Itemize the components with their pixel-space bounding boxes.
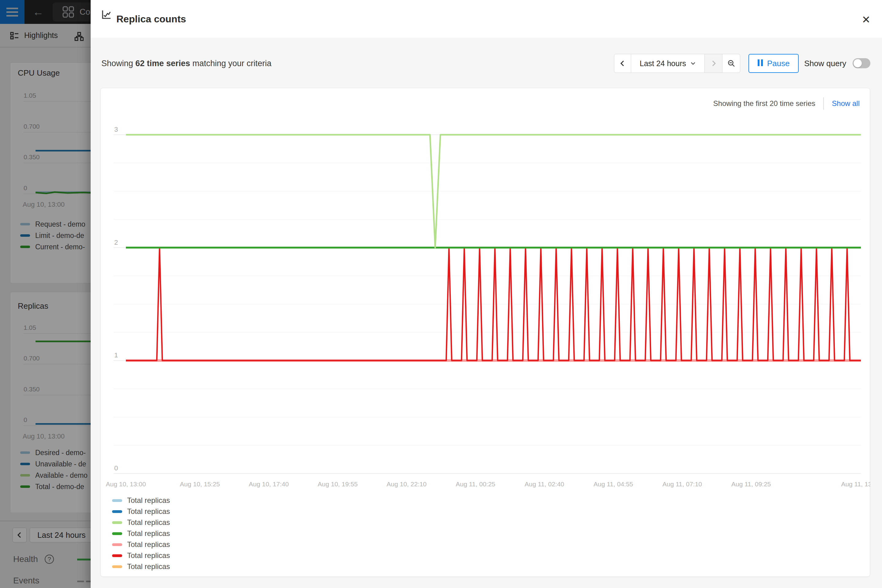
svg-text:Aug 10, 15:25: Aug 10, 15:25 <box>180 480 220 488</box>
svg-text:Aug 10, 17:40: Aug 10, 17:40 <box>249 480 289 488</box>
svg-text:0.700: 0.700 <box>24 123 40 130</box>
zoom-out-button[interactable] <box>722 54 740 73</box>
legend-item[interactable]: Total replicas <box>112 497 170 504</box>
criteria-text: Showing 62 time series matching your cri… <box>101 59 272 68</box>
svg-text:0: 0 <box>24 184 27 191</box>
chevron-right-icon <box>710 60 717 67</box>
events-dash <box>77 580 84 582</box>
legend-item[interactable]: Total replicas <box>112 541 170 548</box>
legend-item[interactable]: Total replicas <box>112 519 170 526</box>
close-button[interactable]: ✕ <box>858 11 874 28</box>
legend-item[interactable]: Total - demo-de <box>20 483 88 490</box>
legend-item[interactable]: Total replicas <box>112 552 170 559</box>
svg-text:Aug 10, 22:10: Aug 10, 22:10 <box>387 480 427 488</box>
svg-text:Aug 10, 13:00: Aug 10, 13:00 <box>22 201 64 208</box>
legend-label: Limit - demo-de <box>35 231 84 240</box>
legend-swatch <box>20 485 30 488</box>
grid-icon <box>62 6 75 18</box>
legend-swatch <box>20 452 30 454</box>
events-label: Events <box>13 576 39 585</box>
legend-swatch <box>112 499 122 502</box>
svg-text:Aug 11, 04:55: Aug 11, 04:55 <box>594 480 633 488</box>
chevron-left-icon <box>619 60 626 67</box>
legend-swatch <box>20 474 30 477</box>
hamburger-menu-button[interactable] <box>0 0 24 24</box>
svg-text:1.05: 1.05 <box>24 324 36 331</box>
legend-item[interactable]: Total replicas <box>112 530 170 537</box>
help-icon[interactable]: ? <box>45 555 54 564</box>
legend-item[interactable]: Request - demo <box>20 220 86 228</box>
legend-label: Unavailable - de <box>35 460 86 468</box>
toggle-knob <box>854 59 862 68</box>
legend-label: Total replicas <box>127 551 170 560</box>
events-dash <box>86 580 91 582</box>
legend-label: Total replicas <box>127 496 170 505</box>
range-prev-button[interactable] <box>614 54 631 73</box>
health-row: Health ? <box>13 554 54 564</box>
range-dropdown[interactable]: Last 24 hours <box>631 54 704 73</box>
tab-bar: Highlights <box>0 24 91 48</box>
svg-text:0: 0 <box>24 416 27 423</box>
range-next-button-disabled[interactable] <box>704 54 722 73</box>
background-page: ← Co <box>0 0 91 588</box>
tab-highlights-label: Highlights <box>24 31 58 40</box>
cpu-usage-card: CPU Usage 1.050.7000.3500Aug 10, 13:00 R… <box>10 63 91 283</box>
legend-label: Total replicas <box>127 518 170 527</box>
legend-item[interactable]: Available - demo <box>20 472 88 479</box>
legend-swatch <box>20 463 30 465</box>
highlights-icon <box>10 31 19 40</box>
svg-text:Aug 10, 13:00: Aug 10, 13:00 <box>106 480 146 488</box>
show-query-toggle[interactable] <box>853 58 870 68</box>
legend-item[interactable]: Current - demo- <box>20 243 86 250</box>
health-label: Health <box>13 554 38 564</box>
legend-label: Total replicas <box>127 507 170 516</box>
pause-button[interactable]: Pause <box>748 54 799 73</box>
legend-item[interactable]: Limit - demo-de <box>20 232 86 239</box>
legend-label: Total replicas <box>127 529 170 538</box>
legend-swatch <box>112 543 122 546</box>
back-button[interactable]: ← <box>31 4 46 20</box>
svg-text:0: 0 <box>114 464 118 472</box>
legend-item[interactable]: Unavailable - de <box>20 460 88 468</box>
app-root: ← Co <box>0 0 882 588</box>
tab-highlights[interactable]: Highlights <box>10 31 58 40</box>
svg-text:2: 2 <box>114 238 118 246</box>
svg-text:0.350: 0.350 <box>24 386 40 393</box>
health-status-bar <box>77 559 91 560</box>
bg-range-label: Last 24 hours <box>38 530 86 540</box>
legend-swatch <box>112 521 122 524</box>
svg-text:1.05: 1.05 <box>24 92 36 99</box>
chart-panel: Showing the first 20 time series Show al… <box>100 88 870 577</box>
replica-counts-modal: Replica counts ✕ Showing 62 time series … <box>91 0 882 588</box>
legend-label: Available - demo <box>35 471 88 480</box>
legend-label: Total replicas <box>127 540 170 549</box>
replicas-chart: 1.050.7000.3500Aug 10, 13:00 <box>10 292 91 447</box>
legend-label: Total - demo-de <box>35 483 84 491</box>
back-arrow-icon: ← <box>33 6 44 18</box>
app-switcher-button[interactable]: Co <box>52 3 91 21</box>
bg-range-button[interactable]: Last 24 hours <box>30 528 91 542</box>
legend-item[interactable]: Total replicas <box>112 508 170 515</box>
time-range-control: Last 24 hours <box>614 54 740 73</box>
sitemap-icon <box>74 32 84 41</box>
legend-label: Current - demo- <box>35 243 85 251</box>
legend-item[interactable]: Total replicas <box>112 563 170 570</box>
legend-swatch <box>20 246 30 248</box>
line-chart-icon <box>101 9 111 21</box>
chevron-down-icon <box>690 61 696 66</box>
bg-prev-range-button[interactable] <box>12 528 27 542</box>
svg-text:Aug 10, 19:55: Aug 10, 19:55 <box>318 480 358 488</box>
legend-swatch <box>112 566 122 568</box>
modal-title: Replica counts <box>116 14 186 25</box>
svg-text:3: 3 <box>114 126 118 133</box>
legend-item[interactable]: Desired - demo- <box>20 449 88 456</box>
cpu-usage-chart: 1.050.7000.3500Aug 10, 13:00 <box>10 63 91 216</box>
legend-label: Request - demo <box>35 220 86 228</box>
cpu-card-legend: Request - demo Limit - demo-de Current -… <box>20 220 86 250</box>
tab-topology[interactable] <box>74 32 84 42</box>
svg-text:Aug 11, 02:40: Aug 11, 02:40 <box>525 480 564 488</box>
chevron-left-icon <box>16 532 23 538</box>
replicas-card-legend: Desired - demo- Unavailable - de Availab… <box>20 449 88 490</box>
replicas-card: Replicas 1.050.7000.3500Aug 10, 13:00 De… <box>10 292 91 513</box>
svg-text:Aug 11, 07:10: Aug 11, 07:10 <box>662 480 702 488</box>
